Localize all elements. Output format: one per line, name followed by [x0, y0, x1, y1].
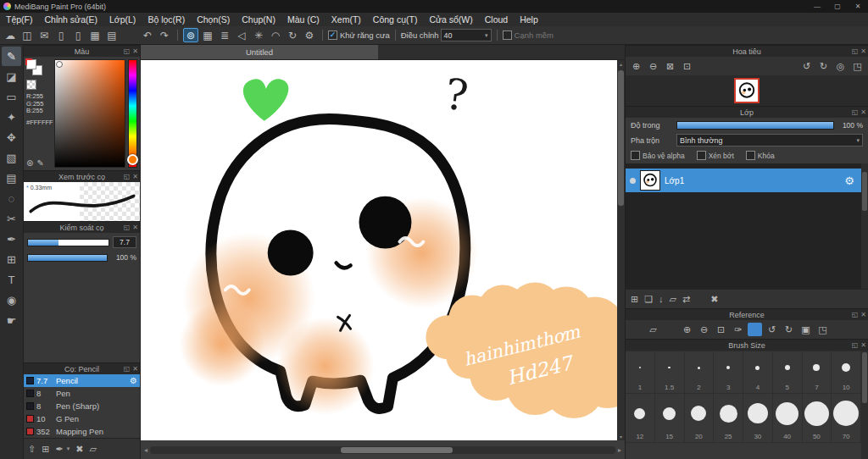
- close-icon[interactable]: ✕: [860, 341, 866, 349]
- scissors-tool[interactable]: ✂: [2, 209, 21, 229]
- ref-flip-icon[interactable]: ▣: [798, 323, 813, 336]
- ref-close-icon[interactable]: [663, 323, 677, 336]
- popout-icon[interactable]: ◱: [124, 224, 131, 231]
- ref-expand-icon[interactable]: ◳: [815, 323, 830, 336]
- select-rect-tool[interactable]: ▭: [2, 87, 21, 107]
- layer-settings-icon[interactable]: ⚙: [844, 174, 854, 187]
- menu-bo-loc[interactable]: Bộ lọc(R): [142, 14, 191, 25]
- ref-rotate-right-icon[interactable]: ↻: [782, 323, 796, 336]
- menu-chup[interactable]: Chụp(N): [236, 14, 281, 25]
- canvas-horizontal-scrollbar[interactable]: [150, 446, 615, 454]
- adjust-dropdown[interactable]: 40 ▾: [441, 29, 492, 41]
- zoom-in-icon[interactable]: ⊕: [629, 59, 643, 73]
- brush-size-option[interactable]: 30: [743, 394, 773, 443]
- grid-view-icon[interactable]: ▦: [87, 28, 103, 42]
- layer-opacity-slider[interactable]: [676, 121, 834, 130]
- menu-cong-cu[interactable]: Công cụ(T): [367, 14, 424, 25]
- soft-edge-checkbox[interactable]: [503, 30, 512, 40]
- menu-help[interactable]: Help: [514, 14, 544, 25]
- ref-rotate-left-icon[interactable]: ↺: [765, 323, 779, 336]
- fg-color-chip[interactable]: [26, 59, 36, 69]
- lasso-tool[interactable]: ◌: [2, 189, 21, 208]
- popout-icon[interactable]: ◱: [852, 311, 859, 318]
- new-layer-icon[interactable]: ⊞: [631, 294, 638, 305]
- eyedropper-tool[interactable]: ◉: [2, 290, 21, 310]
- pen-tool[interactable]: ✎: [2, 47, 21, 66]
- ref-zoom-fit-icon[interactable]: ⊡: [714, 323, 728, 336]
- layer-list-scrollbar[interactable]: [861, 163, 868, 289]
- folder-icon[interactable]: ▱: [89, 444, 96, 455]
- brush-size-option[interactable]: 20: [685, 394, 715, 443]
- canvas[interactable]: ? hainhimthơm Hd247: [141, 60, 617, 440]
- brush-size-option[interactable]: 15: [655, 394, 685, 443]
- close-icon[interactable]: ✕: [860, 311, 866, 318]
- brush-size-scrollbar[interactable]: [861, 351, 868, 459]
- menu-tep[interactable]: Tệp(F): [0, 14, 39, 25]
- menu-xem[interactable]: Xem(T): [326, 14, 367, 25]
- snap-curve-icon[interactable]: ◠: [268, 28, 283, 42]
- layer-visibility-icon[interactable]: [630, 178, 636, 184]
- menu-mau[interactable]: Màu (C): [281, 14, 326, 25]
- layer-scroll-thumb[interactable]: [862, 172, 867, 211]
- panel-list-icon[interactable]: ▤: [104, 28, 120, 42]
- brush-settings-icon[interactable]: ⚙: [130, 376, 137, 385]
- brush-size-option[interactable]: 40: [773, 394, 803, 443]
- popout-icon[interactable]: ◱: [124, 173, 131, 180]
- menu-cua-so[interactable]: Cửa sổ(W): [423, 14, 478, 25]
- brush-size-option[interactable]: 70: [832, 394, 861, 443]
- brush-size-option[interactable]: 1.5: [655, 351, 685, 394]
- brush-size-option[interactable]: 5: [773, 351, 803, 394]
- popout-icon[interactable]: ◱: [852, 108, 859, 116]
- snap-perspective-icon[interactable]: ◁: [234, 28, 249, 42]
- brush-size-option[interactable]: 1: [626, 351, 655, 394]
- brush-size-option[interactable]: 50: [803, 394, 832, 443]
- cloud-icon[interactable]: ☁: [3, 28, 18, 42]
- brush-menu-icon[interactable]: ✒▾: [55, 444, 70, 455]
- snap-radial-icon[interactable]: ✳: [251, 28, 266, 42]
- brush-item-pencil[interactable]: 7.7 Pencil ⚙: [24, 374, 140, 387]
- scroll-down-icon[interactable]: ▾: [617, 434, 625, 440]
- brush-opacity-slider[interactable]: [27, 254, 108, 262]
- snap-parallel-icon[interactable]: ≣: [217, 28, 232, 42]
- snap-rotate-icon[interactable]: ↻: [285, 28, 300, 42]
- text-tool[interactable]: T: [2, 270, 21, 290]
- fg-bg-color-chips[interactable]: [26, 59, 45, 78]
- pen2-tool[interactable]: ✒: [2, 230, 21, 249]
- close-icon[interactable]: ✕: [860, 47, 866, 55]
- menu-chinh-sua[interactable]: Chỉnh sửa(E): [39, 14, 103, 25]
- layer-row-lop1[interactable]: Lớp1 ⚙: [626, 169, 861, 192]
- delete-brush-icon[interactable]: ✖: [75, 444, 83, 455]
- close-icon[interactable]: ✕: [132, 47, 138, 55]
- canvas-tab[interactable]: Untitled: [141, 45, 378, 59]
- transparent-color-chip[interactable]: [26, 80, 36, 90]
- new-doc-icon[interactable]: ▯: [53, 28, 69, 42]
- clipping-checkbox[interactable]: [697, 151, 706, 160]
- scroll-up-icon[interactable]: ▴: [617, 61, 625, 67]
- brush-size-scroll-thumb[interactable]: [862, 352, 867, 403]
- ref-eyedropper-icon[interactable]: ✑: [731, 323, 745, 336]
- close-button[interactable]: ✕: [848, 0, 868, 13]
- snap-settings-icon[interactable]: ⚙: [302, 28, 317, 42]
- fill-tool[interactable]: ▧: [2, 148, 21, 168]
- gradient-tool[interactable]: ▤: [2, 169, 21, 188]
- snap-grid-icon[interactable]: ▦: [200, 28, 215, 42]
- navigator-preview[interactable]: [626, 75, 868, 106]
- layer-folder-icon[interactable]: ▱: [670, 294, 676, 305]
- popout-icon[interactable]: ◱: [124, 365, 131, 373]
- smooth-mode-icon[interactable]: ⊚: [183, 28, 198, 42]
- brush-item-pen-sharp[interactable]: 8 Pen (Sharp): [24, 400, 140, 412]
- minimize-button[interactable]: —: [807, 0, 827, 13]
- menu-cloud[interactable]: Cloud: [479, 14, 514, 25]
- brush-item-g-pen[interactable]: 10 G Pen: [24, 412, 140, 425]
- popout-icon[interactable]: ◱: [852, 47, 859, 55]
- rotate-left-icon[interactable]: ↺: [799, 59, 814, 73]
- popout-icon[interactable]: ◱: [852, 341, 859, 349]
- open-doc-icon[interactable]: ▯: [70, 28, 86, 42]
- hand-tool[interactable]: ☛: [2, 311, 21, 330]
- zoom-out-icon[interactable]: ⊖: [646, 59, 660, 73]
- saturation-value-picker[interactable]: [54, 59, 125, 168]
- eraser-tool[interactable]: ◪: [2, 67, 21, 86]
- rotate-right-icon[interactable]: ↻: [816, 59, 831, 73]
- merge-down-icon[interactable]: ↓: [659, 294, 664, 304]
- vertical-scroll-thumb[interactable]: [618, 70, 624, 206]
